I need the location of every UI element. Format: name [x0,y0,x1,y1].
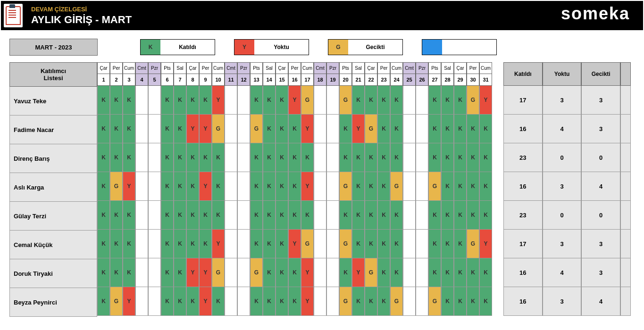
attendance-cell[interactable]: K [174,172,186,201]
attendance-cell[interactable]: G [428,172,441,201]
attendance-cell[interactable] [148,258,161,287]
attendance-cell[interactable] [326,143,339,172]
attendance-cell[interactable]: K [467,172,479,201]
attendance-cell[interactable]: K [377,287,390,316]
attendance-cell[interactable] [326,230,339,258]
attendance-cell[interactable]: G [212,258,225,287]
attendance-cell[interactable]: K [97,230,110,258]
attendance-cell[interactable]: K [352,230,365,258]
attendance-cell[interactable]: K [199,86,212,115]
attendance-cell[interactable]: G [339,86,352,115]
attendance-cell[interactable]: K [441,172,454,201]
attendance-cell[interactable]: Y [352,115,365,143]
attendance-cell[interactable]: K [161,230,174,258]
attendance-cell[interactable]: K [390,86,403,115]
attendance-cell[interactable]: K [123,201,135,230]
attendance-cell[interactable]: K [365,287,377,316]
attendance-cell[interactable]: K [263,258,276,287]
attendance-cell[interactable] [326,172,339,201]
attendance-cell[interactable]: K [212,172,225,201]
attendance-cell[interactable]: G [301,230,314,258]
participant-cell[interactable]: Aslı Karga [9,173,97,202]
participant-cell[interactable]: Yavuz Teke [9,87,97,116]
attendance-cell[interactable]: K [161,86,174,115]
attendance-cell[interactable]: Y [186,258,199,287]
attendance-cell[interactable]: K [97,287,110,316]
attendance-cell[interactable]: K [377,201,390,230]
attendance-cell[interactable]: K [428,201,441,230]
attendance-cell[interactable]: K [199,230,212,258]
attendance-cell[interactable]: K [390,230,403,258]
attendance-cell[interactable] [225,172,237,201]
attendance-cell[interactable] [225,258,237,287]
attendance-cell[interactable] [237,143,250,172]
attendance-cell[interactable]: K [123,115,135,143]
attendance-cell[interactable]: Y [479,230,492,258]
attendance-cell[interactable]: K [288,143,301,172]
attendance-cell[interactable]: K [110,258,123,287]
attendance-cell[interactable]: K [365,201,377,230]
attendance-cell[interactable]: K [276,115,288,143]
attendance-cell[interactable]: G [301,86,314,115]
participant-cell[interactable]: Beyza Peynirci [9,288,97,317]
attendance-cell[interactable]: Y [212,230,225,258]
attendance-cell[interactable]: K [174,258,186,287]
attendance-cell[interactable]: K [161,115,174,143]
attendance-cell[interactable]: Y [186,115,199,143]
attendance-cell[interactable]: K [186,86,199,115]
attendance-cell[interactable]: Y [301,258,314,287]
attendance-cell[interactable] [314,230,326,258]
attendance-cell[interactable]: Y [301,172,314,201]
attendance-cell[interactable]: K [301,143,314,172]
attendance-cell[interactable]: K [199,201,212,230]
attendance-cell[interactable]: K [441,86,454,115]
attendance-cell[interactable]: K [390,143,403,172]
attendance-cell[interactable]: Y [288,230,301,258]
attendance-cell[interactable] [326,258,339,287]
attendance-cell[interactable]: K [263,201,276,230]
attendance-cell[interactable]: K [186,201,199,230]
attendance-cell[interactable] [237,230,250,258]
attendance-cell[interactable]: K [454,86,467,115]
attendance-cell[interactable]: K [377,115,390,143]
attendance-cell[interactable] [225,115,237,143]
attendance-cell[interactable]: K [339,201,352,230]
attendance-cell[interactable] [225,230,237,258]
attendance-cell[interactable] [148,230,161,258]
attendance-cell[interactable]: K [365,86,377,115]
attendance-cell[interactable]: K [174,230,186,258]
attendance-cell[interactable]: K [454,230,467,258]
attendance-cell[interactable]: K [263,230,276,258]
attendance-cell[interactable]: K [161,287,174,316]
attendance-cell[interactable]: K [199,143,212,172]
attendance-cell[interactable]: K [428,258,441,287]
attendance-cell[interactable] [225,201,237,230]
month-selector[interactable]: MART - 2023 [9,39,98,56]
attendance-cell[interactable] [403,201,416,230]
attendance-cell[interactable] [314,115,326,143]
attendance-cell[interactable] [225,287,237,316]
attendance-cell[interactable]: K [212,143,225,172]
attendance-cell[interactable]: K [212,201,225,230]
attendance-cell[interactable]: K [174,143,186,172]
attendance-cell[interactable] [314,143,326,172]
attendance-cell[interactable]: K [174,115,186,143]
attendance-cell[interactable]: K [428,86,441,115]
attendance-cell[interactable]: K [110,115,123,143]
attendance-cell[interactable]: K [174,287,186,316]
attendance-cell[interactable]: K [428,115,441,143]
attendance-cell[interactable] [416,172,428,201]
attendance-cell[interactable] [416,115,428,143]
attendance-cell[interactable] [416,258,428,287]
attendance-cell[interactable]: K [428,230,441,258]
attendance-cell[interactable]: G [339,287,352,316]
attendance-cell[interactable]: K [110,86,123,115]
attendance-cell[interactable]: K [454,115,467,143]
attendance-cell[interactable]: K [288,201,301,230]
participant-cell[interactable]: Doruk Tiryaki [9,259,97,288]
attendance-cell[interactable]: G [390,172,403,201]
attendance-cell[interactable]: K [186,230,199,258]
attendance-cell[interactable]: K [352,143,365,172]
attendance-cell[interactable] [148,115,161,143]
attendance-cell[interactable]: K [97,115,110,143]
